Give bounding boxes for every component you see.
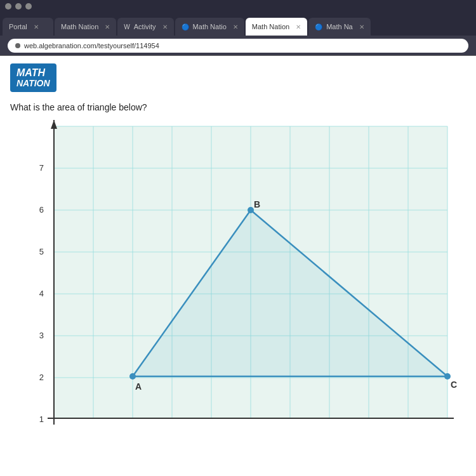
tab-portal-close[interactable]: ✕: [34, 23, 39, 30]
y-label-4: 4: [39, 289, 44, 298]
tab-math-nation-active-label: Math Nation: [252, 23, 289, 30]
tab-math-nation-active[interactable]: Math Nation ✕: [246, 18, 307, 36]
tab-math-nation-1[interactable]: Math Nation ✕: [55, 18, 116, 36]
graph-container: 7 6 5 4 3 2 1 A B C: [16, 120, 460, 450]
y-label-7: 7: [39, 163, 44, 173]
coordinate-graph: 7 6 5 4 3 2 1 A B C: [16, 120, 460, 450]
url-input[interactable]: web.algebranation.com/testyourself/11495…: [8, 39, 468, 53]
label-A: A: [135, 381, 142, 392]
tab-math-natio-close[interactable]: ✕: [233, 23, 238, 30]
y-label-2: 2: [39, 373, 44, 382]
tab-portal[interactable]: Portal ✕: [3, 18, 53, 36]
window-circle-3: [25, 3, 32, 10]
tab-activity[interactable]: W Activity ✕: [117, 18, 173, 36]
window-controls: [5, 3, 32, 10]
tab-math-nation-1-close[interactable]: ✕: [105, 23, 110, 30]
security-indicator: [15, 43, 20, 48]
window-circle-2: [15, 3, 22, 10]
y-label-1: 1: [39, 414, 44, 424]
tab-math-natio-icon: 🔵: [182, 23, 189, 30]
point-A: [129, 373, 136, 380]
tab-bar: Portal ✕ Math Nation ✕ W Activity ✕ 🔵 Ma…: [0, 13, 476, 36]
logo-line2: NATION: [17, 79, 50, 88]
point-C: [444, 373, 451, 380]
y-label-5: 5: [39, 247, 44, 256]
url-text: web.algebranation.com/testyourself/11495…: [24, 42, 159, 50]
tab-math-na-close[interactable]: ✕: [359, 23, 364, 30]
address-bar: web.algebranation.com/testyourself/11495…: [0, 36, 476, 56]
label-B: B: [254, 199, 260, 209]
question-text: What is the area of triangle below?: [10, 102, 466, 112]
page-content: MATH NATION What is the area of triangle…: [0, 56, 476, 458]
tab-activity-label: Activity: [134, 23, 156, 30]
tab-math-na-icon: 🔵: [315, 23, 322, 30]
tab-activity-icon: W: [124, 23, 129, 30]
svg-marker-21: [51, 120, 57, 129]
label-C: C: [451, 380, 457, 390]
tab-math-na[interactable]: 🔵 Math Na ✕: [308, 18, 371, 36]
tab-portal-label: Portal: [9, 23, 27, 30]
logo-line1: MATH: [17, 67, 50, 79]
tab-math-nation-1-label: Math Nation: [61, 23, 98, 30]
tab-math-na-label: Math Na: [326, 23, 353, 30]
tab-activity-close[interactable]: ✕: [162, 23, 168, 30]
math-nation-logo: MATH NATION: [10, 63, 56, 92]
tab-math-nation-active-close[interactable]: ✕: [296, 23, 301, 30]
tab-math-natio-label: Math Natio: [193, 23, 227, 30]
y-label-6: 6: [39, 205, 44, 215]
y-label-3: 3: [39, 331, 44, 340]
tab-math-natio[interactable]: 🔵 Math Natio ✕: [175, 18, 244, 36]
window-circle-1: [5, 3, 11, 10]
browser-top-bar: [0, 0, 476, 13]
point-B: [248, 207, 254, 213]
